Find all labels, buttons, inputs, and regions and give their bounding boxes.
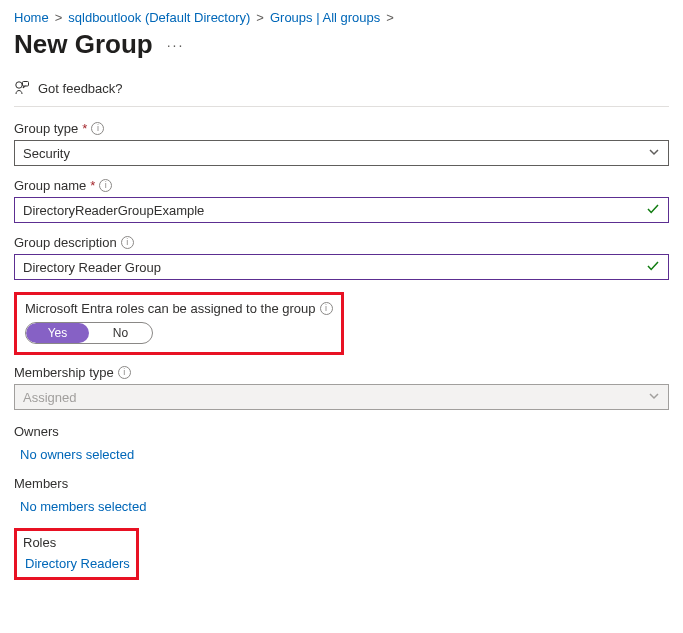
group-name-input[interactable]: DirectoryReaderGroupExample [14,197,669,223]
roles-heading: Roles [23,535,130,550]
info-icon[interactable]: i [121,236,134,249]
title-row: New Group ··· [14,29,669,60]
highlight-entra-roles: Microsoft Entra roles can be assigned to… [14,292,344,355]
group-desc-input[interactable]: Directory Reader Group [14,254,669,280]
field-group-name: Group name * i DirectoryReaderGroupExamp… [14,178,669,223]
roles-link[interactable]: Directory Readers [23,556,130,571]
membership-type-dropdown: Assigned [14,384,669,410]
toggle-yes[interactable]: Yes [26,323,89,343]
label-text: Membership type [14,365,114,380]
toggle-no[interactable]: No [89,323,152,343]
svg-rect-1 [23,82,29,87]
owners-heading: Owners [14,424,669,439]
label-text: Group type [14,121,78,136]
field-group-description: Group description i Directory Reader Gro… [14,235,669,280]
group-name-value: DirectoryReaderGroupExample [23,203,204,218]
field-group-type: Group type * i Security [14,121,669,166]
group-type-label: Group type * i [14,121,669,136]
label-text: Microsoft Entra roles can be assigned to… [25,301,316,316]
group-desc-label: Group description i [14,235,669,250]
feedback-label: Got feedback? [38,81,123,96]
group-name-label: Group name * i [14,178,669,193]
highlight-roles: Roles Directory Readers [14,528,139,580]
breadcrumb: Home > sqldboutlook (Default Directory) … [14,10,669,25]
chevron-down-icon [648,146,660,161]
info-icon[interactable]: i [91,122,104,135]
required-indicator: * [82,121,87,136]
feedback-icon [14,80,30,96]
chevron-right-icon: > [386,10,394,25]
label-text: Group name [14,178,86,193]
membership-type-label: Membership type i [14,365,669,380]
entra-roles-label: Microsoft Entra roles can be assigned to… [25,301,333,316]
group-type-dropdown[interactable]: Security [14,140,669,166]
label-text: Group description [14,235,117,250]
info-icon[interactable]: i [118,366,131,379]
group-type-value: Security [23,146,70,161]
info-icon[interactable]: i [99,179,112,192]
members-link[interactable]: No members selected [14,499,669,514]
entra-roles-toggle[interactable]: Yes No [25,322,153,344]
breadcrumb-home[interactable]: Home [14,10,49,25]
group-desc-value: Directory Reader Group [23,260,161,275]
owners-link[interactable]: No owners selected [14,447,669,462]
membership-type-value: Assigned [23,390,76,405]
breadcrumb-directory[interactable]: sqldboutlook (Default Directory) [68,10,250,25]
chevron-right-icon: > [55,10,63,25]
chevron-right-icon: > [256,10,264,25]
members-heading: Members [14,476,669,491]
breadcrumb-groups[interactable]: Groups | All groups [270,10,380,25]
feedback-button[interactable]: Got feedback? [14,74,669,107]
svg-point-0 [16,82,22,88]
info-icon[interactable]: i [320,302,333,315]
more-icon[interactable]: ··· [167,37,185,53]
required-indicator: * [90,178,95,193]
check-icon [646,259,660,276]
field-membership-type: Membership type i Assigned [14,365,669,410]
check-icon [646,202,660,219]
chevron-down-icon [648,390,660,405]
page-title: New Group [14,29,153,60]
